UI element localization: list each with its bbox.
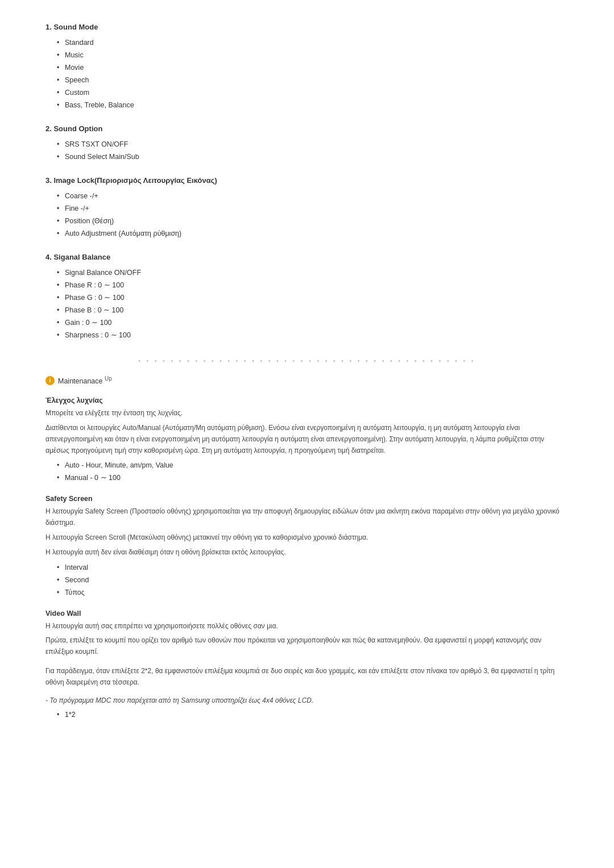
list-item: 1*2 xyxy=(57,709,569,720)
bullet-list: SRS TSXT ON/OFFSound Select Main/Sub xyxy=(45,139,569,162)
list-item: Position (Θέση) xyxy=(57,215,569,227)
section-title: 1. Sound Mode xyxy=(45,23,569,31)
body-paragraph: - Το πρόγραμμα MDC που παρέχεται από τη … xyxy=(45,696,569,704)
subsection: Έλεγχος λυχνίαςΜπορείτε να ελέγξετε την … xyxy=(45,397,569,483)
list-item: Coarse -/+ xyxy=(57,190,569,202)
list-item: Sharpness : 0 ∼ 100 xyxy=(57,329,569,341)
subsection: Safety ScreenΗ λειτουργία Safety Screen … xyxy=(45,495,569,598)
list-item: Auto - Hour, Minute, am/pm, Value xyxy=(57,460,569,471)
subsection: Video WallΗ λειτουργία αυτή σας επιτρέπε… xyxy=(45,610,569,720)
section: 2. Sound OptionSRS TSXT ON/OFFSound Sele… xyxy=(45,124,569,162)
body-paragraph: Πρώτα, επιλέξτε το κουμπί που ορίζει τον… xyxy=(45,635,569,658)
list-item: Phase R : 0 ∼ 100 xyxy=(57,279,569,291)
list-item: Manual - 0 ∼ 100 xyxy=(57,472,569,483)
list-item: Bass, Treble, Balance xyxy=(57,99,569,111)
section: 3. Image Lock(Περιορισμός Λειτουργίας Ει… xyxy=(45,176,569,239)
bullet-list: Coarse -/+Fine -/+Position (Θέση)Auto Ad… xyxy=(45,190,569,239)
maintenance-text: Maintenanace xyxy=(58,377,103,385)
list-item: Phase G : 0 ∼ 100 xyxy=(57,292,569,303)
section-title: 2. Sound Option xyxy=(45,124,569,133)
section: 1. Sound ModeStandardMusicMovieSpeechCus… xyxy=(45,23,569,111)
list-item: Standard xyxy=(57,37,569,48)
list-item: Fine -/+ xyxy=(57,203,569,214)
list-item: Signal Balance ON/OFF xyxy=(57,267,569,278)
list-item: Second xyxy=(57,574,569,586)
list-item: Sound Select Main/Sub xyxy=(57,151,569,162)
list-item: Movie xyxy=(57,62,569,73)
maintenance-header: i Maintenanace Up xyxy=(45,375,569,385)
list-item: Τύπος xyxy=(57,587,569,598)
list-item: Interval xyxy=(57,562,569,573)
section-title: 3. Image Lock(Περιορισμός Λειτουργίας Ει… xyxy=(45,176,569,185)
subsection-title: Video Wall xyxy=(45,610,569,617)
list-item: Gain : 0 ∼ 100 xyxy=(57,317,569,328)
body-paragraph: Η λειτουργία Screen Scroll (Μετακύλιση ο… xyxy=(45,532,569,544)
bullet-list: IntervalSecondΤύπος xyxy=(45,562,569,598)
page: 1. Sound ModeStandardMusicMovieSpeechCus… xyxy=(0,0,614,868)
bullet-list: Signal Balance ON/OFFPhase R : 0 ∼ 100Ph… xyxy=(45,267,569,341)
maintenance-icon: i xyxy=(45,376,55,385)
list-item: Speech xyxy=(57,74,569,86)
subsection-title: Safety Screen xyxy=(45,495,569,503)
divider-dots: • • • • • • • • • • • • • • • • • • • • … xyxy=(45,358,569,364)
section-title: 4. Siganal Balance xyxy=(45,253,569,261)
body-paragraph: Η λειτουργία Safety Screen (Προστασίο οθ… xyxy=(45,506,569,529)
list-item: SRS TSXT ON/OFF xyxy=(57,139,569,150)
maintenance-label: Maintenanace Up xyxy=(58,375,112,385)
subsection-title: Έλεγχος λυχνίας xyxy=(45,397,569,404)
body-paragraph: Διατίθενται οι λειτουργίες Auto/Manual (… xyxy=(45,423,569,456)
list-item: Custom xyxy=(57,87,569,98)
list-item: Music xyxy=(57,49,569,61)
body-paragraph: Η λειτουργία αυτή δεν είναι διαθέσιμη ότ… xyxy=(45,547,569,558)
section: 4. Siganal BalanceSignal Balance ON/OFFP… xyxy=(45,253,569,341)
body-paragraph: Μπορείτε να ελέγξετε την ένταση της λυχν… xyxy=(45,408,569,419)
body-paragraph: Η λειτουργία αυτή σας επιτρέπει να χρησι… xyxy=(45,621,569,632)
list-item: Auto Adjustment (Αυτόματη ρύθμιση) xyxy=(57,228,569,239)
bullet-list: Auto - Hour, Minute, am/pm, ValueManual … xyxy=(45,460,569,483)
maintenance-up: Up xyxy=(105,375,112,382)
body-paragraph: Για παράδειγμα, όταν επιλέξετε 2*2, θα ε… xyxy=(45,666,569,688)
list-item: Phase B : 0 ∼ 100 xyxy=(57,304,569,316)
bullet-list: StandardMusicMovieSpeechCustomBass, Treb… xyxy=(45,37,569,111)
bullet-list: 1*2 xyxy=(45,709,569,720)
